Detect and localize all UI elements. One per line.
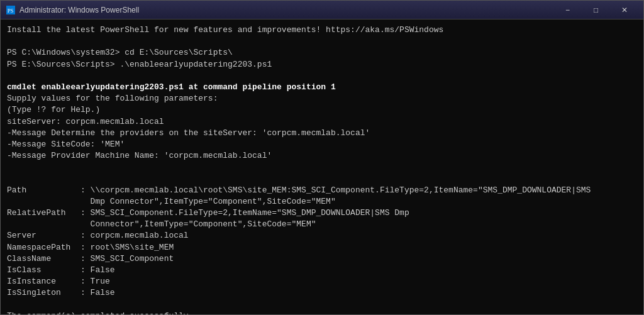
terminal-line: Path : \\corpcm.mecmlab.local\root\SMS\s… bbox=[7, 185, 637, 196]
terminal-line: The command(s) completed successfully bbox=[7, 311, 637, 314]
powershell-window: PS Administrator: Windows PowerShell − □… bbox=[0, 0, 644, 315]
maximize-button[interactable]: □ bbox=[582, 1, 610, 19]
terminal-line: siteServer: corpcm.mecmlab.local bbox=[7, 116, 637, 128]
terminal-line: IsClass : False bbox=[7, 265, 637, 276]
terminal-line bbox=[7, 299, 637, 311]
terminal-line: cmdlet enableearlyupdatering2203.ps1 at … bbox=[7, 82, 637, 93]
terminal-line: Supply values for the following paramete… bbox=[7, 93, 637, 104]
terminal-line: ClassName : SMS_SCI_Component bbox=[7, 253, 637, 265]
terminal-line bbox=[7, 162, 637, 173]
terminal-line: -Message SiteCode: 'MEM' bbox=[7, 139, 637, 150]
titlebar-title: Administrator: Windows PowerShell bbox=[19, 6, 553, 14]
terminal-line: Install the latest PowerShell for new fe… bbox=[7, 25, 637, 36]
titlebar: PS Administrator: Windows PowerShell − □… bbox=[1, 1, 643, 19]
close-button[interactable]: ✕ bbox=[610, 1, 638, 19]
terminal-line: NamespacePath : root\SMS\site_MEM bbox=[7, 242, 637, 253]
terminal-line: PS E:\Sources\Scripts> .\enableearlyupda… bbox=[7, 59, 637, 70]
terminal-line: IsInstance : True bbox=[7, 276, 637, 287]
svg-text:PS: PS bbox=[8, 7, 14, 13]
terminal-line bbox=[7, 70, 637, 82]
terminal-output: Install the latest PowerShell for new fe… bbox=[1, 19, 643, 314]
terminal-line: -Message Provider Machine Name: 'corpcm.… bbox=[7, 150, 637, 162]
minimize-button[interactable]: − bbox=[553, 1, 582, 19]
terminal-line: Server : corpcm.mecmlab.local bbox=[7, 230, 637, 241]
titlebar-icon: PS bbox=[6, 5, 16, 15]
terminal-line: IsSingleton : False bbox=[7, 287, 637, 299]
terminal-line bbox=[7, 36, 637, 47]
terminal-line: PS C:\Windows\system32> cd E:\Sources\Sc… bbox=[7, 47, 637, 58]
terminal-line: Dmp Connector",ItemType="Component",Site… bbox=[7, 196, 637, 207]
terminal-line: -Message Determine the providers on the … bbox=[7, 128, 637, 139]
titlebar-controls: − □ ✕ bbox=[553, 1, 638, 19]
terminal-line bbox=[7, 173, 637, 184]
terminal-line: RelativePath : SMS_SCI_Component.FileTyp… bbox=[7, 207, 637, 219]
terminal-line: (Type !? for Help.) bbox=[7, 104, 637, 116]
terminal-line: Connector",ItemType="Component",SiteCode… bbox=[7, 219, 637, 230]
